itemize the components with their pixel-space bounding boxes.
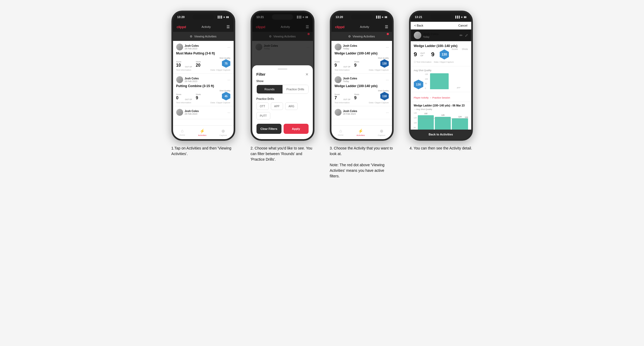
shots-label-1-1: Shots — [196, 61, 201, 63]
phone-3: 13:20 ▐▐▐ ◈ ▮▮ clippd Activity ☰ ⚙ Viewi… — [330, 11, 394, 141]
shot-quality-hex-3-1: 130 — [380, 59, 389, 68]
nav-activities-3[interactable]: ⚡ Activities — [356, 129, 365, 136]
info-right-3-1: Data: Clippd Capture — [369, 69, 389, 71]
detail-chart-row: 130 130 100 50 0 APP — [414, 73, 468, 89]
viewing-banner-3[interactable]: ⚙ Viewing Activities — [331, 32, 392, 41]
card-title-1-1: Must Make Putting (3-6 ft) — [176, 52, 230, 55]
card-header-1-3: Josh Coles 28 Feb 2023 ··· — [176, 109, 230, 116]
red-dot-3 — [387, 33, 389, 35]
detail-player-activity-section: Player Activity → Practice Session — [411, 92, 471, 102]
drag-handle — [278, 69, 287, 70]
full-bar-1 — [418, 115, 434, 130]
avatar-3-1 — [335, 44, 342, 50]
card-footer-3-1: Test Information Data: Clippd Capture — [335, 69, 389, 71]
username-1-3: Josh Coles — [185, 110, 228, 113]
out-of-3-1: out of — [343, 66, 350, 68]
detail-drill-title: Wedge Ladder (100–140 yds) Score Shots — [414, 44, 468, 48]
apply-button[interactable]: Apply — [284, 124, 309, 134]
mini-bar-chart: APP — [430, 73, 468, 89]
dots-3-1[interactable]: ··· — [386, 45, 389, 49]
card-footer-1-2: Test Information Data: Clippd Capture — [176, 101, 230, 104]
dots-1-3[interactable]: ··· — [228, 110, 230, 114]
dots-1-1[interactable]: ··· — [228, 45, 230, 49]
nav-activities-1[interactable]: ⚡ Activities — [198, 129, 207, 136]
detail-user-row: Josh Coles Today ✏ ⤢ — [411, 29, 471, 41]
chip-arg[interactable]: ARG — [285, 102, 298, 110]
wifi-icon-4: ◈ — [461, 16, 463, 18]
card-header-3-2: Josh Coles Today ··· — [335, 76, 389, 83]
info-left-1-2: Test Information — [176, 101, 191, 104]
detail-chart-hex: 130 — [414, 80, 423, 89]
date-3-1: Today — [343, 47, 386, 50]
detail-avatar — [414, 32, 421, 39]
practice-drills-toggle-btn[interactable]: Practice Drills — [283, 85, 308, 93]
status-icons-3: ▐▐▐ ◈ ▮▮ — [375, 16, 387, 18]
phone-content-1: Josh Coles 28 Feb 2023 ··· Must Make Put… — [173, 41, 234, 125]
wifi-icon-3: ◈ — [382, 16, 384, 18]
viewing-banner-1[interactable]: ⚙ Viewing Activities — [173, 32, 234, 41]
nav-home-3[interactable]: ⌂ Home — [338, 129, 343, 136]
activity-card-3-2[interactable]: Josh Coles Today ··· Wedge Ladder (100-1… — [331, 74, 392, 106]
caption-2: 2. Choose what you'd like to see. You ca… — [251, 146, 314, 162]
battery-icon-4: ▮▮ — [464, 16, 466, 18]
shots-label-3-1: Shots — [354, 61, 359, 63]
dots-1-2[interactable]: ··· — [228, 78, 230, 82]
detail-quality-hex: 130 — [440, 49, 449, 59]
capture-label-1: Capture — [220, 134, 227, 136]
activity-card-1-1[interactable]: Josh Coles 28 Feb 2023 ··· Must Make Put… — [173, 41, 234, 74]
shots-val-3-2: 9 — [354, 96, 359, 100]
bottom-nav-1: ⌂ Home ⚡ Activities ⊕ Capture — [173, 125, 234, 139]
phone-notch-4 — [430, 14, 452, 20]
avatar-1-2 — [176, 76, 183, 83]
back-button[interactable]: < Back — [414, 24, 423, 27]
cancel-button[interactable]: Cancel — [458, 24, 467, 27]
chip-app[interactable]: APP — [271, 102, 283, 110]
chip-ott[interactable]: OTT — [256, 102, 269, 110]
activity-card-1-3[interactable]: Josh Coles 28 Feb 2023 ··· — [173, 106, 234, 119]
activity-card-1-2[interactable]: Josh Coles 28 Feb 2023 ··· Putting Combi… — [173, 74, 234, 106]
hamburger-icon-3[interactable]: ☰ — [385, 25, 388, 29]
dashed-line — [418, 118, 468, 118]
bar-1 — [430, 73, 449, 89]
sq-label-1-1: Shot Quality — [220, 57, 230, 59]
capture-icon-3: ⊕ — [380, 129, 383, 134]
chip-putt[interactable]: PUTT — [256, 112, 270, 119]
score-val-1-1: 10 — [176, 63, 182, 68]
info-right-1-2: Data: Clippd Capture — [211, 101, 230, 104]
nav-capture-3[interactable]: ⊕ Capture — [378, 129, 385, 136]
filter-title: Filter — [256, 72, 266, 76]
card-title-1-2: Putting Combine (3-15 ft) — [176, 84, 230, 88]
score-val-3-2: 7 — [335, 96, 340, 100]
activity-card-3-1[interactable]: Josh Coles Today ··· Wedge Ladder (100-1… — [331, 41, 392, 74]
rounds-toggle-btn[interactable]: Rounds — [257, 85, 283, 93]
activity-label-3: Activity — [360, 25, 369, 28]
avatar-1-3 — [176, 109, 183, 116]
signal-icon-4: ▐▐▐ — [454, 16, 460, 18]
edit-icon[interactable]: ✏ — [460, 33, 463, 37]
phone-notch-3 — [351, 14, 372, 20]
dots-3-3[interactable]: ··· — [386, 110, 389, 114]
status-icons-4: ▐▐▐ ◈ ▮▮ — [454, 16, 466, 18]
expand-icon[interactable]: ⤢ — [465, 33, 468, 37]
score-val-1-2: 0 — [176, 96, 182, 100]
info-left-3-1: Test Information — [335, 69, 350, 71]
nav-home-1[interactable]: ⌂ Home — [179, 129, 185, 136]
date-1-3: 28 Feb 2023 — [185, 113, 228, 115]
user-info-3-2: Josh Coles Today — [343, 77, 386, 83]
phone-col-3: 13:20 ▐▐▐ ◈ ▮▮ clippd Activity ☰ ⚙ Viewi… — [326, 11, 398, 179]
hamburger-icon-1[interactable]: ☰ — [226, 25, 230, 29]
viewing-banner-text-1: Viewing Activities — [194, 35, 216, 38]
activity-label-1: Activity — [201, 25, 211, 28]
clear-filters-button[interactable]: Clear Filters — [256, 124, 281, 134]
filter-actions: Clear Filters Apply — [256, 124, 309, 134]
nav-capture-1[interactable]: ⊕ Capture — [220, 129, 227, 136]
circle-info-icon: ⓘ — [414, 61, 416, 63]
app-logo-1: clippd — [177, 25, 186, 29]
back-to-activities-button[interactable]: Back to Activities — [411, 130, 471, 139]
username-1-1: Josh Coles — [185, 44, 228, 47]
dots-3-2[interactable]: ··· — [386, 78, 389, 82]
filter-close-icon[interactable]: ✕ — [305, 72, 309, 76]
activity-card-3-3[interactable]: Josh Coles 28 Feb 2023 ··· — [331, 106, 392, 119]
phone-notch-1 — [193, 14, 214, 20]
card-title-3-1: Wedge Ladder (100-140 yds) — [335, 52, 389, 55]
